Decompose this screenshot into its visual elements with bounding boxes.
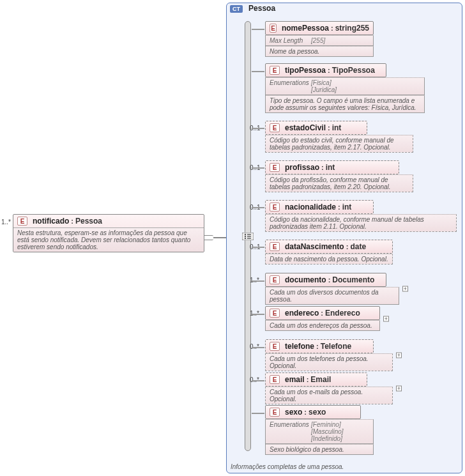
branch-line bbox=[252, 247, 264, 248]
element-type: int bbox=[342, 203, 352, 211]
expand-icon[interactable]: + bbox=[396, 386, 402, 392]
child-sexo[interactable]: Esexo:sexoEnumerations[Feminino][Masculi… bbox=[265, 405, 374, 455]
element-badge: E bbox=[270, 408, 280, 417]
complex-type-pessoa: CT Pessoa EnomePessoa:string255Max Lengt… bbox=[226, 3, 462, 473]
branch-line bbox=[252, 347, 264, 348]
svg-point-1 bbox=[245, 234, 246, 235]
element-badge: E bbox=[270, 309, 280, 318]
element-badge: E bbox=[270, 275, 280, 284]
element-name: notificado bbox=[33, 217, 69, 226]
branch-line bbox=[252, 71, 264, 72]
constraint-key: Max Length bbox=[270, 37, 311, 44]
element-desc: Cada um dos diversos documentos da pesso… bbox=[265, 287, 399, 305]
element-name: documento bbox=[285, 275, 326, 284]
connector-socket bbox=[204, 235, 213, 240]
constraint-val: [Fisica][Juridica] bbox=[311, 79, 337, 93]
element-type: Email bbox=[310, 375, 331, 384]
ct-badge: CT bbox=[230, 5, 243, 13]
element-badge: E bbox=[270, 66, 280, 75]
svg-rect-6 bbox=[247, 238, 251, 238]
child-tipoPessoa[interactable]: EtipoPessoa:TipoPessoaEnumerations[Fisic… bbox=[265, 63, 425, 113]
constraint-key: Enumerations bbox=[270, 79, 311, 93]
element-desc: Cada um dos endereços da pessoa. bbox=[265, 320, 380, 331]
element-type: Endereco bbox=[325, 309, 360, 318]
svg-point-3 bbox=[245, 236, 246, 237]
element-type: Pessoa bbox=[75, 217, 102, 226]
child-endereco[interactable]: 1..*Eendereco:EnderecoCada um dos endere… bbox=[265, 306, 380, 331]
element-type: int bbox=[332, 123, 342, 132]
type-colon: : bbox=[69, 217, 75, 225]
element-badge: E bbox=[270, 242, 280, 251]
constraint-key: Enumerations bbox=[270, 421, 311, 442]
element-desc: Nome da pessoa. bbox=[265, 46, 374, 57]
element-badge: E bbox=[270, 342, 280, 351]
element-badge: E bbox=[270, 24, 277, 33]
sequence-icon bbox=[242, 232, 254, 241]
element-name: tipoPessoa bbox=[285, 66, 326, 75]
element-badge: E bbox=[17, 217, 27, 226]
element-name: profissao bbox=[285, 163, 319, 172]
element-type: sexo bbox=[309, 408, 326, 417]
element-name: email bbox=[285, 375, 305, 384]
child-nacionalidade[interactable]: 0..1Enacionalidade:intCódigo da nacional… bbox=[265, 200, 457, 232]
element-name: nomePessoa bbox=[282, 24, 329, 33]
child-email[interactable]: 0..*Eemail:EmailCada um dos e-mails da p… bbox=[265, 372, 393, 404]
element-badge: E bbox=[270, 203, 280, 211]
svg-point-5 bbox=[245, 238, 246, 239]
child-dataNascimento[interactable]: 0..1EdataNascimento:dateData de nascimen… bbox=[265, 240, 393, 265]
expand-icon[interactable]: + bbox=[396, 353, 402, 358]
branch-line bbox=[252, 413, 264, 414]
element-name: telefone bbox=[285, 342, 314, 351]
child-nomePessoa[interactable]: EnomePessoa:string255Max Length[255]Nome… bbox=[265, 21, 374, 57]
child-documento[interactable]: 1..*Edocumento:DocumentoCada um dos dive… bbox=[265, 273, 399, 305]
expand-icon[interactable]: + bbox=[402, 286, 408, 292]
element-desc: Código da nacionalidade, conforme manual… bbox=[265, 214, 457, 232]
element-badge: E bbox=[270, 375, 280, 384]
branch-line bbox=[252, 128, 264, 129]
branch-line bbox=[252, 280, 264, 282]
child-telefone[interactable]: 0..*Etelefone:TelefoneCada um dos telefo… bbox=[265, 339, 393, 371]
element-type: string255 bbox=[335, 24, 369, 33]
ct-title: Pessoa bbox=[248, 4, 275, 13]
element-badge: E bbox=[270, 163, 280, 172]
element-type: date bbox=[350, 242, 366, 251]
child-profissao[interactable]: 0..1Eprofissao:intCódigo da profissão, c… bbox=[265, 160, 413, 192]
svg-rect-4 bbox=[247, 236, 251, 236]
expand-icon[interactable]: + bbox=[383, 316, 389, 321]
branch-line bbox=[252, 167, 264, 169]
element-desc: Código da profissão, conforme manual de … bbox=[265, 174, 413, 192]
branch-line bbox=[252, 380, 264, 381]
element-desc: Código do estado civil, conforme manual … bbox=[265, 135, 413, 153]
element-notificado[interactable]: E notificado : Pessoa Nesta estrutura, e… bbox=[3, 214, 204, 252]
element-desc: Cada um dos telefones da pessoa. Opciona… bbox=[265, 353, 393, 371]
constraint-val: [Feminino][Masculino][Indefinido] bbox=[311, 421, 344, 442]
svg-rect-2 bbox=[247, 234, 251, 234]
element-desc: Cada um dos e-mails da pessoa. Opcional. bbox=[265, 387, 393, 404]
element-name: estadoCivil bbox=[285, 123, 326, 132]
element-desc: Sexo biológico da pessoa. bbox=[265, 444, 374, 455]
connector-line bbox=[213, 237, 226, 238]
element-type: Telefone bbox=[321, 342, 351, 351]
branch-line bbox=[252, 207, 264, 208]
element-type: Documento bbox=[332, 275, 374, 284]
element-desc: Nesta estrutura, esperam-se as informaçõ… bbox=[13, 227, 204, 252]
element-name: endereco bbox=[285, 309, 319, 318]
element-desc: Tipo de pessoa. O campo é uma lista enum… bbox=[265, 95, 425, 113]
element-name: nacionalidade bbox=[285, 203, 336, 211]
branch-line bbox=[252, 314, 264, 315]
element-badge: E bbox=[270, 123, 280, 132]
branch-line bbox=[252, 29, 264, 30]
element-name: sexo bbox=[285, 408, 302, 417]
constraint-val: [255] bbox=[311, 37, 325, 44]
element-desc: Data de nascimento da pessoa. Opcional. bbox=[265, 254, 393, 265]
element-name: dataNascimento bbox=[285, 242, 344, 251]
element-type: int bbox=[326, 163, 335, 172]
child-estadoCivil[interactable]: 0..1EestadoCivil:intCódigo do estado civ… bbox=[265, 121, 413, 153]
element-type: TipoPessoa bbox=[332, 66, 375, 75]
ct-footer: Informações completas de uma pessoa. bbox=[231, 463, 344, 470]
